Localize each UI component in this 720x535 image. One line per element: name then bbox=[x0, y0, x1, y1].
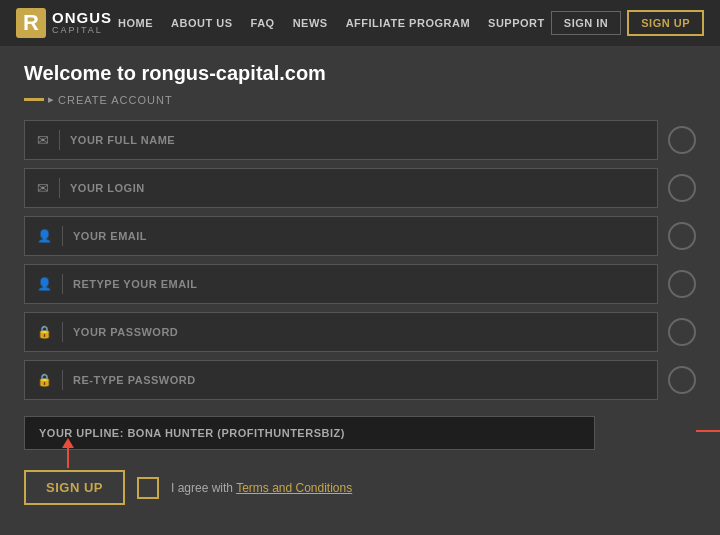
form-bottom-row: SIGN UP I agree with Terms and Condition… bbox=[24, 470, 696, 505]
form-row-retype-password: 🔒 bbox=[24, 360, 696, 400]
retype-password-input[interactable] bbox=[73, 374, 645, 386]
field-divider bbox=[62, 226, 63, 246]
header-buttons: SIGN IN SIGN UP ↓ bbox=[551, 10, 704, 36]
terms-checkbox[interactable] bbox=[137, 477, 159, 499]
form-row-login: ✉ bbox=[24, 168, 696, 208]
nav-home[interactable]: HOME bbox=[118, 17, 153, 29]
signup-arrow-indicator: ↓ bbox=[712, 0, 720, 2]
brand-name: ONGUS bbox=[52, 10, 112, 27]
nav-faq[interactable]: FAQ bbox=[251, 17, 275, 29]
terms-text: I agree with Terms and Conditions bbox=[171, 481, 352, 495]
signup-main-button[interactable]: SIGN UP bbox=[24, 470, 125, 505]
registration-form: ✉ ✉ 👤 👤 bbox=[24, 120, 696, 505]
fullname-status-circle bbox=[668, 126, 696, 154]
retype-email-icon: 👤 bbox=[37, 277, 52, 291]
brand-sub: CAPITAL bbox=[52, 26, 112, 36]
breadcrumb: ▸ CREATE ACCOUNT bbox=[24, 93, 696, 106]
password-status-circle bbox=[668, 318, 696, 346]
field-divider bbox=[62, 274, 63, 294]
login-icon: ✉ bbox=[37, 180, 49, 196]
password-icon: 🔒 bbox=[37, 325, 52, 339]
logo[interactable]: R ONGUS CAPITAL bbox=[16, 8, 112, 38]
logo-r-icon: R bbox=[16, 8, 46, 38]
signup-up-arrow-indicator bbox=[62, 438, 74, 468]
email-status-circle bbox=[668, 222, 696, 250]
form-row-retype-email: 👤 bbox=[24, 264, 696, 304]
form-row-password: 🔒 bbox=[24, 312, 696, 352]
breadcrumb-label: CREATE ACCOUNT bbox=[58, 94, 173, 106]
main-nav: HOME ABOUT US FAQ NEWS AFFILIATE PROGRAM… bbox=[118, 17, 545, 29]
nav-affiliate[interactable]: AFFILIATE PROGRAM bbox=[346, 17, 470, 29]
email-input-wrapper: 👤 bbox=[24, 216, 658, 256]
upline-box: YOUR UPLINE: BONA HUNTER (PROFITHUNTERSB… bbox=[24, 416, 595, 450]
signup-header-button[interactable]: SIGN UP bbox=[627, 10, 704, 36]
field-divider bbox=[59, 130, 60, 150]
upline-arrow-indicator bbox=[696, 425, 720, 437]
header: R ONGUS CAPITAL HOME ABOUT US FAQ NEWS A… bbox=[0, 0, 720, 46]
fullname-input-wrapper: ✉ bbox=[24, 120, 658, 160]
email-input[interactable] bbox=[73, 230, 645, 242]
password-input[interactable] bbox=[73, 326, 645, 338]
login-status-circle bbox=[668, 174, 696, 202]
retype-password-input-wrapper: 🔒 bbox=[24, 360, 658, 400]
nav-news[interactable]: NEWS bbox=[293, 17, 328, 29]
retype-password-icon: 🔒 bbox=[37, 373, 52, 387]
retype-password-status-circle bbox=[668, 366, 696, 394]
login-input[interactable] bbox=[70, 182, 645, 194]
email-icon: 👤 bbox=[37, 229, 52, 243]
signin-button[interactable]: SIGN IN bbox=[551, 11, 621, 35]
breadcrumb-bar bbox=[24, 98, 44, 101]
page-title: Welcome to rongus-capital.com bbox=[24, 62, 696, 85]
upline-label: YOUR UPLINE: BONA HUNTER (PROFITHUNTERSB… bbox=[39, 427, 345, 439]
password-input-wrapper: 🔒 bbox=[24, 312, 658, 352]
retype-email-status-circle bbox=[668, 270, 696, 298]
form-row-fullname: ✉ bbox=[24, 120, 696, 160]
terms-link[interactable]: Terms and Conditions bbox=[236, 481, 352, 495]
main-content: Welcome to rongus-capital.com ▸ CREATE A… bbox=[0, 46, 720, 515]
nav-about[interactable]: ABOUT US bbox=[171, 17, 232, 29]
field-divider bbox=[62, 322, 63, 342]
nav-support[interactable]: SUPPORT bbox=[488, 17, 545, 29]
breadcrumb-dot: ▸ bbox=[48, 93, 54, 106]
retype-email-input[interactable] bbox=[73, 278, 645, 290]
login-input-wrapper: ✉ bbox=[24, 168, 658, 208]
logo-text: ONGUS CAPITAL bbox=[52, 10, 112, 36]
field-divider bbox=[59, 178, 60, 198]
retype-email-input-wrapper: 👤 bbox=[24, 264, 658, 304]
field-divider bbox=[62, 370, 63, 390]
form-row-email: 👤 bbox=[24, 216, 696, 256]
fullname-input[interactable] bbox=[70, 134, 645, 146]
fullname-icon: ✉ bbox=[37, 132, 49, 148]
